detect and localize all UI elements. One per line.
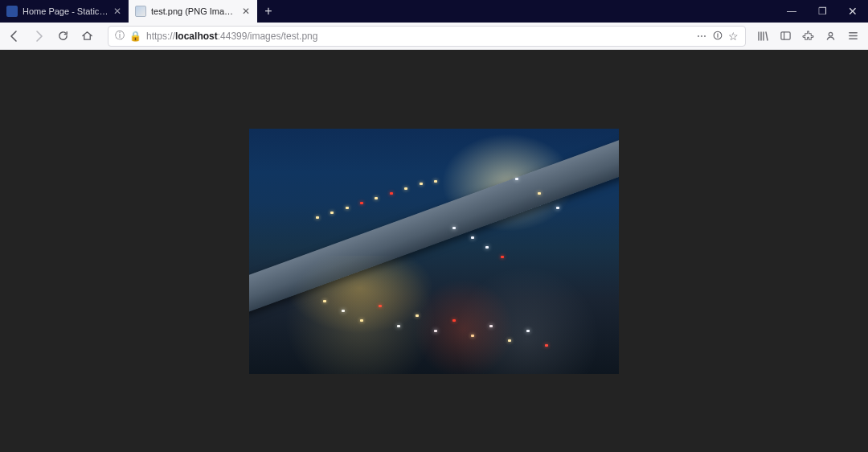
maximize-icon: ❐ bbox=[818, 6, 827, 17]
addons-button[interactable] bbox=[797, 26, 818, 47]
app-menu-button[interactable] bbox=[842, 26, 863, 47]
url-text: https://localhost:44399/images/test.png bbox=[146, 31, 692, 42]
home-button[interactable] bbox=[76, 26, 98, 47]
new-tab-button[interactable]: + bbox=[257, 0, 280, 23]
svg-rect-1 bbox=[780, 32, 789, 39]
reload-icon bbox=[57, 30, 69, 42]
tab-favicon bbox=[6, 6, 18, 17]
tab-test-png[interactable]: test.png (PNG Image, 660 × 43… ✕ bbox=[129, 0, 257, 23]
site-info-icon[interactable]: ⓘ bbox=[115, 29, 125, 43]
svg-point-2 bbox=[829, 32, 833, 36]
library-icon bbox=[756, 30, 769, 43]
window-close-button[interactable]: ✕ bbox=[837, 0, 868, 23]
url-rest: :44399/images/test.png bbox=[218, 31, 318, 42]
close-icon: ✕ bbox=[848, 5, 858, 18]
window-maximize-button[interactable]: ❐ bbox=[807, 0, 837, 23]
minimize-icon: — bbox=[787, 6, 796, 17]
tab-favicon bbox=[135, 6, 146, 17]
reload-button[interactable] bbox=[51, 26, 74, 47]
tab-label: Home Page - StaticFilesDemo bbox=[23, 6, 108, 16]
content-viewport bbox=[0, 50, 868, 452]
forward-button[interactable] bbox=[27, 26, 50, 47]
displayed-image[interactable] bbox=[249, 129, 619, 374]
titlebar: Home Page - StaticFilesDemo ✕ test.png (… bbox=[0, 0, 868, 23]
back-button[interactable] bbox=[3, 26, 26, 47]
bookmark-star-button[interactable]: ☆ bbox=[728, 30, 739, 43]
toolbar-right bbox=[752, 26, 863, 47]
page-actions-more-button[interactable]: ⋯ bbox=[697, 31, 707, 42]
url-scheme: https:// bbox=[146, 31, 175, 42]
titlebar-drag-region bbox=[280, 0, 776, 23]
hamburger-icon bbox=[847, 30, 859, 42]
reader-view-button[interactable] bbox=[712, 30, 723, 43]
reader-view-icon bbox=[712, 30, 723, 41]
account-button[interactable] bbox=[820, 26, 841, 47]
puzzle-icon bbox=[802, 30, 814, 42]
sidebar-icon bbox=[780, 30, 792, 42]
nav-toolbar: ⓘ 🔒 https://localhost:44399/images/test.… bbox=[0, 23, 868, 50]
home-icon bbox=[81, 30, 93, 42]
arrow-right-icon bbox=[32, 30, 45, 43]
plus-icon: + bbox=[264, 4, 272, 18]
url-bar[interactable]: ⓘ 🔒 https://localhost:44399/images/test.… bbox=[108, 26, 746, 47]
tab-close-button[interactable]: ✕ bbox=[242, 6, 250, 17]
image-detail-overlay bbox=[249, 129, 619, 374]
tab-close-button[interactable]: ✕ bbox=[113, 6, 121, 17]
window-controls: — ❐ ✕ bbox=[776, 0, 868, 23]
arrow-left-icon bbox=[8, 30, 21, 43]
lock-icon: 🔒 bbox=[129, 31, 141, 42]
window-minimize-button[interactable]: — bbox=[776, 0, 807, 23]
tab-home-page[interactable]: Home Page - StaticFilesDemo ✕ bbox=[0, 0, 129, 23]
library-button[interactable] bbox=[752, 26, 773, 47]
sidebar-button[interactable] bbox=[775, 26, 796, 47]
tab-label: test.png (PNG Image, 660 × 43… bbox=[151, 6, 237, 16]
account-icon bbox=[825, 30, 837, 42]
url-host: localhost bbox=[175, 31, 218, 42]
